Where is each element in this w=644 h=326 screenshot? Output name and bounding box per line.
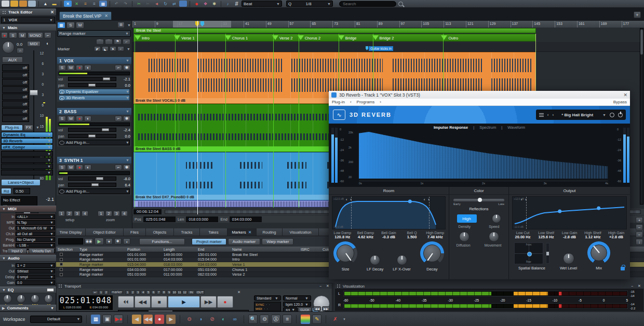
collapse-icon[interactable]: ▼ (2, 288, 6, 292)
plugin-titlebar[interactable]: 3D Reverb - Track 1 "VOX" Slot 3 (VST3) … (329, 91, 630, 99)
tape-end-icon[interactable]: ▶ (166, 315, 176, 324)
plugin-slot[interactable]: 3D Reverb▼ (1, 138, 53, 144)
locator-2[interactable]: 2 (104, 290, 109, 294)
volume-slider[interactable] (68, 77, 116, 81)
track-fx-slot[interactable]: ● 3D Reverb ▼ (59, 95, 130, 101)
track-strip-vox[interactable]: 1 VOX ▼ S M ● ◖ ⌐ ✱ vol -2.1 pan 0.0 ● D… (57, 57, 131, 102)
plugin-slot[interactable]: Dynamic Eq▼ (1, 132, 53, 138)
plugin-power-icon[interactable]: ● (59, 90, 64, 94)
lock-icon[interactable]: ⌐ (44, 32, 51, 38)
freeze-icon[interactable]: ✱ (123, 116, 130, 121)
marker-lock-icon[interactable]: ⌐ (123, 39, 130, 45)
bypass-button[interactable]: Bypass (613, 100, 627, 104)
col-position[interactable]: Position (126, 247, 162, 252)
next-preset-icon[interactable]: › (553, 113, 554, 117)
volume-handle[interactable] (96, 177, 103, 180)
tab-objects[interactable]: Objects (146, 228, 174, 236)
back-arrow-icon[interactable]: ↩ (92, 290, 98, 294)
auto-crossfade-icon[interactable]: ✕ (73, 1, 81, 7)
room-eq-graph[interactable]: +12.0 dB-12.0 dB ‹ › ‹ › (332, 196, 446, 229)
room-param[interactable]: Low Damp 120.8 Hz (331, 231, 354, 239)
col-name[interactable]: Name (231, 247, 299, 252)
pan-slider[interactable] (68, 83, 116, 87)
close-icon[interactable]: ✕ (236, 290, 242, 294)
speaker-icon[interactable]: ◖ (46, 41, 48, 46)
range-pair-icon[interactable]: ∞ (230, 315, 239, 324)
window-handle-icon[interactable] (337, 284, 341, 288)
marker-icon-1[interactable]: ◤ (94, 46, 101, 51)
visualization-titlebar[interactable]: Visualization − ✕ (335, 283, 643, 289)
aux-send-slot[interactable]: off (2, 101, 29, 107)
track-header[interactable]: 1 VOX ▼ (57, 57, 131, 64)
zoom-preset-button[interactable]: 3 (113, 211, 120, 216)
snap-mode-select[interactable]: Beat▼ (242, 1, 282, 7)
filter-icon[interactable]: ▼ (105, 238, 113, 244)
volume-slider[interactable] (68, 128, 116, 132)
marker-icon-4[interactable]: ⌐ (117, 46, 124, 51)
zoom-out-button[interactable]: − (636, 224, 643, 230)
mix-lock-icon[interactable] (621, 267, 625, 270)
diffusion-knob[interactable] (459, 232, 469, 242)
object-mode-icon[interactable]: ▬ (50, 1, 58, 7)
search-input[interactable] (339, 1, 396, 7)
glue-icon[interactable] (179, 1, 187, 7)
col-end[interactable]: End (196, 247, 231, 252)
lock-icon[interactable]: ⌐ (115, 65, 122, 71)
section-marker-flag[interactable]: Intro (135, 34, 150, 42)
zoom-all-icon[interactable]: Ⓐ (271, 315, 280, 324)
programs-menu[interactable]: Programs (357, 100, 375, 104)
tab-takes[interactable]: Takes (200, 228, 227, 236)
project-marker-button[interactable]: Project marker (192, 238, 226, 245)
size-control[interactable]: Size (333, 241, 357, 271)
marker-number-button[interactable]: 7 (156, 290, 161, 294)
project-range-bar[interactable]: Break the Steel (133, 28, 536, 33)
setup-preset-button[interactable]: 2 (66, 211, 73, 216)
output-param[interactable]: High Gain +2.8 dB (605, 231, 628, 239)
mixer-view-icon[interactable]: ▦ (91, 315, 100, 324)
tab-waveform[interactable]: Waveform (507, 125, 525, 130)
lf-decay-control[interactable]: LF Decay (367, 255, 383, 271)
prev-program-icon[interactable]: ‹ (350, 100, 352, 104)
low-damp-handle[interactable] (351, 197, 352, 229)
marker-add-icon[interactable]: ⚑ (114, 39, 122, 45)
record-mode-select[interactable]: Standard▼ (254, 295, 281, 301)
range-swap-icon[interactable]: ◐ (219, 315, 228, 324)
plugin-slot-empty[interactable]: ▼ (1, 157, 53, 163)
height-slider[interactable] (546, 243, 549, 264)
add-tab-icon[interactable]: + (634, 11, 641, 18)
stop-button[interactable]: ■ (151, 296, 167, 308)
room-param[interactable]: High Damp 7.48 kHz (423, 231, 447, 239)
record-arm-button[interactable]: ● (76, 116, 83, 121)
track-fx-slot[interactable]: ● Dynamic Equalizer ▼ (59, 89, 130, 94)
plugins-button[interactable]: Plug-ins (1, 125, 23, 131)
plugin-menu[interactable]: Plug-in (332, 100, 345, 104)
tab-tracks[interactable]: Tracks (174, 228, 200, 236)
section-marker-flag[interactable]: Chorus 1 (225, 34, 248, 42)
gear-icon[interactable] (610, 113, 614, 117)
speed-knob[interactable] (492, 214, 501, 223)
all-solo-button[interactable]: S (66, 22, 75, 29)
eq-band-knob[interactable] (44, 294, 53, 303)
speaker-icon[interactable]: ◖ (123, 238, 130, 244)
go-to-start-button[interactable]: ⏴⏴ (118, 296, 134, 308)
mix-control[interactable]: Mix (587, 241, 610, 270)
solo-button[interactable]: S (58, 165, 66, 170)
custom-marker-icon[interactable] (366, 46, 368, 50)
aux-send-slot[interactable]: off (2, 93, 29, 100)
redo-icon[interactable]: ↷ (122, 1, 129, 7)
output-param[interactable]: Low Cut 20.00 Hz (511, 231, 534, 239)
slider-handle[interactable] (546, 252, 549, 255)
aux-send-slot[interactable]: off (2, 79, 29, 86)
pan-handle[interactable] (88, 134, 96, 138)
section-marker-flag[interactable]: Chorus 2 (298, 34, 320, 42)
col-isrc[interactable]: ISRC (299, 247, 321, 252)
audio-row[interactable]: Out StMast▼ (1, 268, 55, 274)
section-marker-flag[interactable]: Bridge (338, 34, 357, 42)
section-marker-flag[interactable]: Outro (441, 34, 458, 42)
window-handle-icon[interactable] (58, 284, 62, 288)
audio-marker-button[interactable]: Audio marker (228, 238, 261, 245)
marker-number-button[interactable]: 3 (136, 290, 140, 294)
close-icon[interactable]: ✕ (637, 284, 642, 289)
room-param[interactable]: Bell Q 1.500 (400, 231, 424, 239)
track-strip-bass[interactable]: 2 BASS ▼ S M ● ◖ ⌐ ✱ vol -2.4 pan 0.0 Ad… (57, 108, 131, 146)
